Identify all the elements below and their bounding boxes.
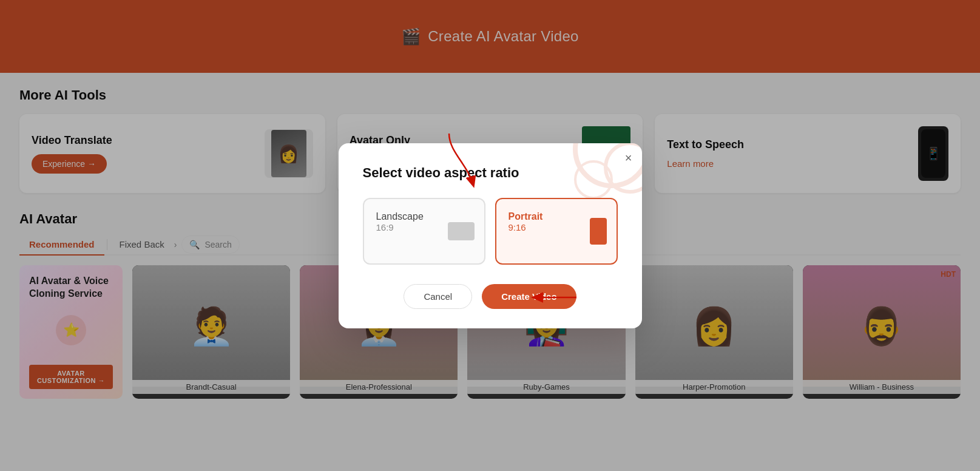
portrait-shape	[590, 218, 607, 245]
landscape-icon	[448, 222, 475, 240]
modal-decoration	[521, 143, 642, 204]
landscape-ratio: 16:9	[376, 222, 424, 232]
aspect-ratio-modal: × Select video aspect ratio Landscape 16…	[339, 143, 642, 328]
portrait-option[interactable]: Portrait 9:16	[495, 198, 618, 265]
modal-actions: Cancel Create Video	[363, 284, 618, 309]
landscape-option[interactable]: Landscape 16:9	[363, 198, 485, 265]
cancel-button[interactable]: Cancel	[404, 284, 472, 309]
landscape-shape	[448, 222, 475, 240]
portrait-ratio: 9:16	[509, 222, 543, 232]
modal-overlay: × Select video aspect ratio Landscape 16…	[0, 0, 980, 471]
ratio-options: Landscape 16:9 Portrait 9:16	[363, 198, 618, 265]
portrait-icon	[590, 218, 607, 245]
portrait-label: Portrait	[509, 211, 543, 222]
portrait-label-group: Portrait 9:16	[509, 211, 543, 232]
decoration-pattern	[521, 143, 642, 204]
create-video-button[interactable]: Create Video	[482, 284, 576, 309]
landscape-label: Landscape	[376, 211, 424, 222]
landscape-label-group: Landscape 16:9	[376, 211, 424, 232]
modal-close-button[interactable]: ×	[625, 152, 632, 164]
